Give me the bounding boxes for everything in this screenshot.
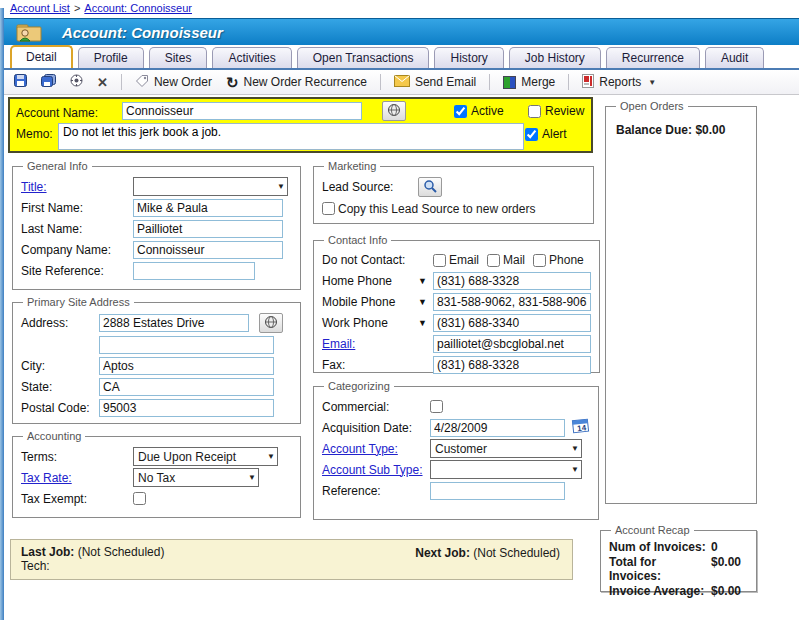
- tax-rate-link[interactable]: Tax Rate:: [21, 471, 72, 485]
- work-phone-label: Work Phone: [322, 316, 418, 330]
- terms-select[interactable]: Due Upon Receipt ▼: [133, 447, 278, 466]
- mobile-phone-label: Mobile Phone: [322, 295, 418, 309]
- total-invoices-value: $0.00: [711, 555, 741, 583]
- alert-checkbox-group: Alert: [525, 127, 567, 141]
- breadcrumb-current-link[interactable]: Account: Connoisseur: [84, 2, 192, 14]
- email-input[interactable]: [433, 335, 591, 353]
- chevron-down-icon: ▼: [571, 465, 579, 474]
- merge-button[interactable]: Merge: [499, 73, 559, 91]
- account-sub-type-select[interactable]: ▼: [430, 460, 582, 479]
- primary-site-address-legend: Primary Site Address: [23, 296, 134, 308]
- breadcrumb: Account List>Account: Connoisseur: [10, 2, 192, 14]
- company-name-input[interactable]: [133, 241, 283, 259]
- work-phone-input[interactable]: [433, 314, 591, 332]
- tag-icon: [135, 74, 149, 91]
- alert-checkbox[interactable]: [525, 128, 538, 141]
- fax-input[interactable]: [433, 356, 591, 374]
- copy-lead-source-label: Copy this Lead Source to new orders: [338, 202, 535, 216]
- address-line2-input[interactable]: [99, 336, 274, 354]
- home-phone-input[interactable]: [433, 272, 591, 290]
- postal-code-input[interactable]: [99, 399, 274, 417]
- accounting-legend: Accounting: [23, 430, 85, 442]
- open-orders-section: Open Orders Balance Due: $0.00: [605, 100, 757, 504]
- active-checkbox[interactable]: [454, 105, 467, 118]
- dnc-mail-checkbox[interactable]: [487, 254, 500, 267]
- mobile-phone-input[interactable]: [433, 293, 591, 311]
- account-name-input[interactable]: [122, 102, 362, 120]
- chevron-down-icon: ▼: [277, 182, 285, 191]
- reports-button[interactable]: Reports ▼: [578, 72, 660, 93]
- toolbar-separator: [568, 74, 569, 90]
- general-info-section: General Info Title: ▼ First Name: Last N…: [12, 160, 301, 290]
- title-link[interactable]: Title:: [21, 180, 47, 194]
- home-phone-type-dropdown[interactable]: ▼: [418, 276, 433, 286]
- company-name-label: Company Name:: [21, 243, 133, 257]
- city-input[interactable]: [99, 357, 274, 375]
- tax-rate-select-value: No Tax: [138, 471, 175, 485]
- email-link[interactable]: Email:: [322, 337, 355, 351]
- first-name-input[interactable]: [133, 199, 283, 217]
- tab-detail[interactable]: Detail: [10, 45, 73, 68]
- invoice-average-value: $0.00: [711, 584, 741, 598]
- address-lookup-button[interactable]: [259, 313, 283, 333]
- tax-rate-select[interactable]: No Tax ▼: [133, 468, 259, 487]
- copy-lead-source-checkbox[interactable]: [322, 202, 335, 215]
- last-name-input[interactable]: [133, 220, 283, 238]
- work-phone-type-dropdown[interactable]: ▼: [418, 318, 433, 328]
- review-checkbox[interactable]: [528, 105, 541, 118]
- new-order-recurrence-label: New Order Recurrence: [244, 75, 367, 89]
- breadcrumb-account-list-link[interactable]: Account List: [10, 2, 70, 14]
- new-order-recurrence-button[interactable]: ↻ New Order Recurrence: [222, 73, 371, 91]
- recap-row-total-invoices: Total for Invoices: $0.00: [609, 555, 748, 583]
- calendar-button[interactable]: 14: [571, 418, 590, 437]
- address-line1-input[interactable]: [99, 314, 249, 332]
- tech-row: Tech:: [21, 559, 562, 573]
- reference-input[interactable]: [430, 482, 565, 500]
- mobile-phone-type-dropdown[interactable]: ▼: [418, 297, 433, 307]
- tab-profile[interactable]: Profile: [78, 47, 144, 68]
- title-select[interactable]: ▼: [133, 177, 288, 196]
- account-sub-type-link[interactable]: Account Sub Type:: [322, 463, 423, 477]
- page-title: Account: Connoisseur: [62, 24, 223, 41]
- tax-exempt-checkbox[interactable]: [133, 492, 146, 505]
- globe-icon: [387, 103, 401, 120]
- tab-sites[interactable]: Sites: [149, 47, 208, 68]
- dnc-email-checkbox[interactable]: [433, 254, 446, 267]
- globe-icon: [264, 315, 278, 332]
- delete-button[interactable]: ✕: [93, 74, 112, 91]
- tab-job-history[interactable]: Job History: [509, 47, 601, 68]
- tab-activities[interactable]: Activities: [212, 47, 291, 68]
- tab-open-transactions[interactable]: Open Transactions: [297, 47, 430, 68]
- save-button[interactable]: [10, 72, 31, 92]
- send-email-button[interactable]: Send Email: [390, 73, 480, 92]
- tax-exempt-label: Tax Exempt:: [21, 492, 133, 506]
- account-lookup-button[interactable]: [382, 101, 406, 121]
- city-label: City:: [21, 359, 99, 373]
- recurrence-arrows-icon: ↻: [226, 76, 239, 89]
- account-detail-screen: Account List>Account: Connoisseur Accoun…: [0, 0, 799, 620]
- tab-recurrence[interactable]: Recurrence: [606, 47, 700, 68]
- save-and-close-button[interactable]: [37, 72, 60, 92]
- lead-source-search-button[interactable]: [418, 177, 442, 197]
- chevron-down-icon: ▼: [571, 444, 579, 453]
- left-edge-strip: [0, 8, 4, 620]
- account-type-link[interactable]: Account Type:: [322, 442, 398, 456]
- refresh-record-button[interactable]: [66, 72, 87, 92]
- state-input[interactable]: [99, 378, 274, 396]
- calendar-icon: 14: [571, 418, 590, 437]
- site-reference-input[interactable]: [133, 262, 255, 280]
- account-recap-section: Account Recap Num of Invoices: 0 Total f…: [600, 524, 757, 592]
- dnc-phone-label: Phone: [549, 253, 584, 267]
- next-job-value: (Not Scheduled): [473, 546, 560, 560]
- tab-audit[interactable]: Audit: [705, 47, 764, 68]
- account-type-select[interactable]: Customer ▼: [430, 439, 582, 458]
- new-order-button[interactable]: New Order: [131, 72, 216, 93]
- dnc-phone-checkbox[interactable]: [533, 254, 546, 267]
- memo-textarea[interactable]: Do not let this jerk book a job.: [58, 123, 524, 150]
- toolbar-separator: [380, 74, 381, 90]
- commercial-checkbox[interactable]: [430, 400, 443, 413]
- tab-history[interactable]: History: [434, 47, 503, 68]
- site-reference-label: Site Reference:: [21, 264, 133, 278]
- acquisition-date-input[interactable]: [430, 419, 565, 437]
- review-label: Review: [545, 104, 584, 118]
